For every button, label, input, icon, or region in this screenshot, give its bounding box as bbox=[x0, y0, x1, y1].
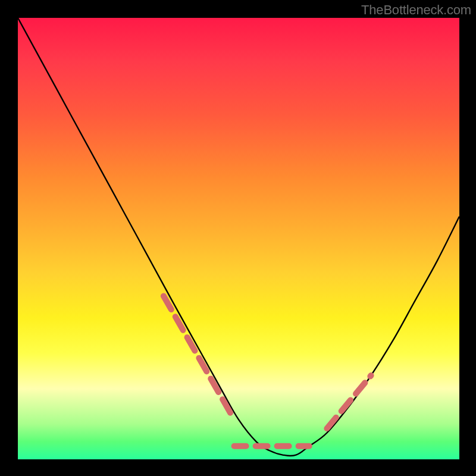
chart-frame: TheBottleneck.com bbox=[0, 0, 476, 476]
overlay-dashes-right bbox=[327, 375, 371, 428]
curve-layer bbox=[18, 18, 459, 459]
main-curve bbox=[18, 18, 459, 456]
overlay-dashes-left bbox=[164, 296, 234, 420]
watermark-text: TheBottleneck.com bbox=[361, 2, 471, 18]
